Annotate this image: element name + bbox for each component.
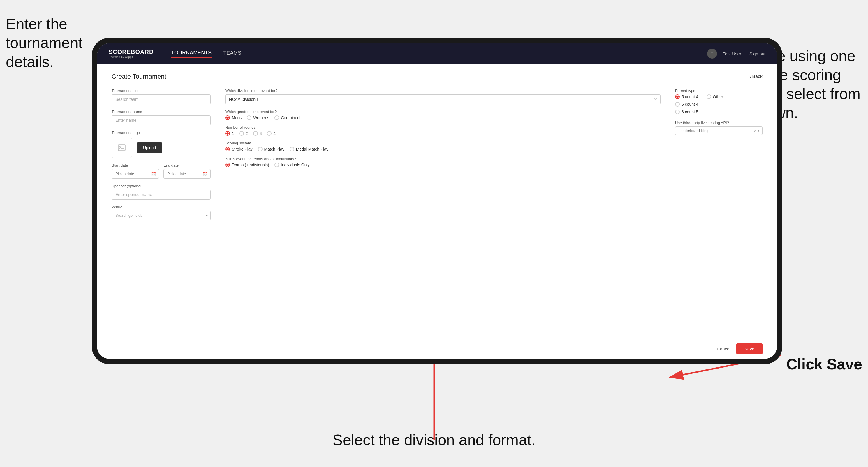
format-5count4-radio[interactable]: [675, 94, 680, 99]
event-individuals[interactable]: Individuals Only: [275, 162, 310, 167]
format-6count4[interactable]: 6 count 4: [675, 102, 763, 106]
rounds-1[interactable]: 1: [225, 131, 234, 136]
scoring-stroke-label: Stroke Play: [231, 147, 253, 152]
rounds-group: Number of rounds 1 2: [225, 125, 660, 136]
start-date-label: Start date: [112, 163, 159, 167]
rounds-2[interactable]: 2: [239, 131, 248, 136]
event-individuals-label: Individuals Only: [281, 162, 310, 167]
event-for-label: Is this event for Teams and/or Individua…: [225, 157, 660, 161]
tournament-name-group: Tournament name: [112, 110, 211, 125]
live-scoring-tag: Leaderboard King ✕ ▾: [675, 126, 763, 135]
form-middle-section: Which division is the event for? NCAA Di…: [225, 89, 660, 220]
rounds-1-label: 1: [231, 131, 234, 136]
format-6count4-label: 6 count 4: [682, 102, 699, 106]
scoring-medal-match-radio[interactable]: [290, 147, 294, 152]
event-teams-radio[interactable]: [225, 162, 230, 167]
rounds-4-label: 4: [273, 131, 276, 136]
format-5count4[interactable]: 5 count 4: [675, 94, 699, 99]
upload-button[interactable]: Upload: [137, 143, 162, 153]
rounds-3[interactable]: 3: [253, 131, 262, 136]
gender-mens-label: Mens: [231, 115, 242, 120]
gender-combined-label: Combined: [281, 115, 300, 120]
rounds-2-radio[interactable]: [239, 131, 244, 136]
brand-logo: SCOREBOARD Powered by Clippit: [109, 49, 154, 59]
scoring-match[interactable]: Match Play: [258, 147, 284, 152]
gender-combined-radio[interactable]: [275, 115, 279, 120]
scoring-stroke-radio[interactable]: [225, 147, 230, 152]
format-6count4-radio[interactable]: [675, 102, 680, 106]
annotation-division: Select the division and format.: [333, 431, 535, 449]
form-grid: Tournament Host Tournament name Tourname…: [112, 89, 763, 220]
event-teams[interactable]: Teams (+Individuals): [225, 162, 269, 167]
tournament-logo-label: Tournament logo: [112, 130, 211, 135]
cancel-button[interactable]: Cancel: [717, 346, 731, 351]
gender-womens[interactable]: Womens: [247, 115, 269, 120]
live-scoring-group: Use third-party live scoring API? Leader…: [675, 121, 763, 135]
logo-upload-area: Upload: [112, 137, 211, 158]
scoring-stroke[interactable]: Stroke Play: [225, 147, 253, 152]
rounds-1-radio[interactable]: [225, 131, 230, 136]
scoring-medal-match[interactable]: Medal Match Play: [290, 147, 329, 152]
rounds-4-radio[interactable]: [267, 131, 272, 136]
gender-label: Which gender is the event for?: [225, 110, 660, 114]
end-date-group: End date 📅: [163, 163, 211, 179]
start-date-group: Start date 📅: [112, 163, 159, 179]
gender-combined[interactable]: Combined: [275, 115, 300, 120]
signout-link[interactable]: Sign out: [749, 51, 766, 56]
gender-womens-radio[interactable]: [247, 115, 251, 120]
page-title: Create Tournament: [112, 73, 166, 81]
scoring-match-radio[interactable]: [258, 147, 262, 152]
format-other[interactable]: Other: [707, 94, 723, 99]
live-scoring-clear-icon[interactable]: ✕ ▾: [754, 129, 759, 133]
annotation-save: Click Save: [786, 355, 862, 374]
venue-group: Venue Search golf club ▾: [112, 205, 211, 220]
logo-placeholder: [112, 137, 132, 158]
gender-radio-group: Mens Womens Combined: [225, 115, 660, 120]
rounds-3-label: 3: [259, 131, 262, 136]
scoring-match-label: Match Play: [264, 147, 284, 152]
event-individuals-radio[interactable]: [275, 162, 279, 167]
tournament-logo-group: Tournament logo Upload: [112, 130, 211, 158]
format-6count5[interactable]: 6 count 5: [675, 110, 763, 114]
start-date-icon: 📅: [151, 172, 156, 176]
nav-tournaments[interactable]: TOURNAMENTS: [171, 50, 212, 58]
scoring-label: Scoring system: [225, 141, 660, 145]
format-column: Format type 5 count 4 Other: [675, 89, 763, 220]
format-5count4-label: 5 count 4: [682, 94, 699, 99]
format-label: Format type: [675, 89, 763, 93]
sponsor-input[interactable]: [112, 190, 211, 199]
division-label: Which division is the event for?: [225, 89, 660, 93]
end-date-wrap: 📅: [163, 169, 211, 179]
event-teams-label: Teams (+Individuals): [231, 162, 269, 167]
nav-teams[interactable]: TEAMS: [223, 50, 241, 57]
tournament-name-input[interactable]: [112, 115, 211, 125]
event-for-group: Is this event for Teams and/or Individua…: [225, 157, 660, 167]
tournament-host-group: Tournament Host: [112, 89, 211, 104]
start-date-wrap: 📅: [112, 169, 159, 179]
rounds-4[interactable]: 4: [267, 131, 276, 136]
date-row: Start date 📅 End date 📅: [112, 163, 211, 179]
gender-mens-radio[interactable]: [225, 115, 230, 120]
svg-point-6: [120, 146, 121, 148]
format-options: 5 count 4 Other 6 count 4: [675, 94, 763, 114]
end-date-icon: 📅: [203, 172, 208, 176]
rounds-3-radio[interactable]: [253, 131, 258, 136]
back-link[interactable]: ‹ Back: [749, 74, 763, 79]
save-button[interactable]: Save: [736, 343, 763, 354]
venue-select-wrap: Search golf club ▾: [112, 211, 211, 220]
venue-select[interactable]: Search golf club: [112, 211, 211, 220]
division-select[interactable]: NCAA Division I: [225, 94, 660, 104]
end-date-label: End date: [163, 163, 211, 167]
sponsor-group: Sponsor (optional): [112, 184, 211, 199]
live-scoring-value: Leaderboard King: [678, 128, 708, 133]
form-left-section: Tournament Host Tournament name Tourname…: [112, 89, 211, 220]
format-group: Format type 5 count 4 Other: [675, 89, 763, 114]
brand-title: SCOREBOARD: [109, 49, 154, 55]
format-6count5-radio[interactable]: [675, 110, 680, 114]
tablet-screen: SCOREBOARD Powered by Clippit TOURNAMENT…: [97, 43, 777, 359]
tournament-host-input[interactable]: [112, 94, 211, 104]
brand-sub: Powered by Clippit: [109, 55, 154, 59]
live-scoring-label: Use third-party live scoring API?: [675, 121, 763, 125]
format-other-radio[interactable]: [707, 94, 711, 99]
gender-mens[interactable]: Mens: [225, 115, 242, 120]
